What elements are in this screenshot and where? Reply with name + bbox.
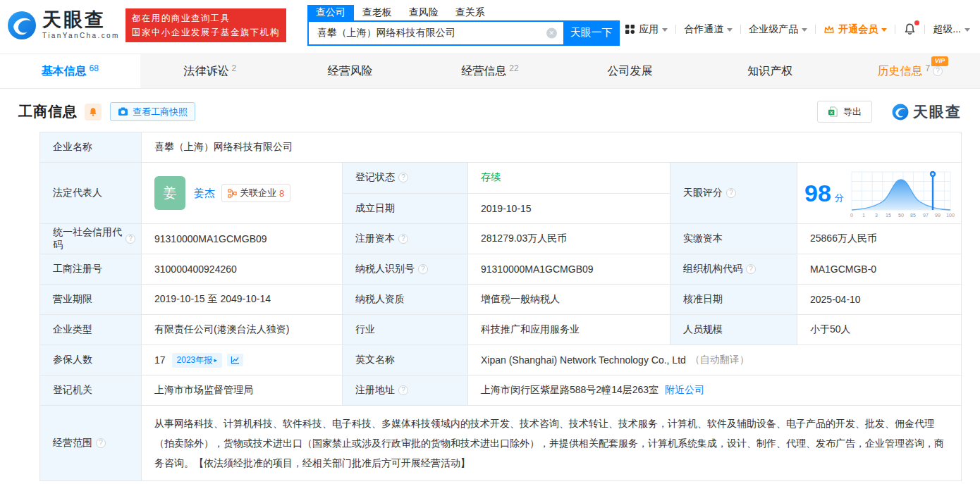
reg-status-value: 存续 [468, 163, 670, 194]
tab-label: 法律诉讼 [184, 64, 229, 79]
tab-business-info[interactable]: 经营信息 22 [420, 54, 561, 88]
help-icon[interactable]: ? [398, 173, 408, 182]
help-icon[interactable]: ? [726, 188, 736, 198]
field-label: 纳税人资质 [343, 285, 468, 315]
help-icon[interactable]: ? [398, 234, 408, 244]
help-icon[interactable]: ? [746, 264, 756, 274]
logo-brand: 天眼查 [42, 11, 120, 30]
industry-value: 科技推广和应用服务业 [468, 315, 670, 345]
nearby-companies-link[interactable]: 附近公司 [665, 384, 704, 397]
help-icon[interactable]: ? [418, 264, 428, 274]
arrow-right-icon: ▸ [214, 356, 217, 364]
help-icon[interactable]: ? [125, 234, 135, 244]
help-icon[interactable]: ? [398, 385, 408, 395]
nav-cooperation[interactable]: 合作通道 [684, 23, 733, 36]
company-name-value: 喜攀（上海）网络科技有限公司 [142, 132, 962, 163]
trend-chart-button[interactable] [227, 354, 243, 366]
section-title: 工商信息 [18, 102, 78, 121]
tab-label: 公司发展 [608, 64, 653, 79]
svg-text:50: 50 [898, 213, 904, 218]
svg-text:1: 1 [862, 213, 865, 218]
auto-translate-note: （自动翻译） [690, 354, 749, 366]
paid-capital-value: 25866万人民币 [797, 224, 962, 254]
search-area: 查公司 查老板 查风险 查关系 ✕ 天眼一下 [307, 5, 620, 46]
notifications-bell[interactable] [903, 23, 917, 36]
logo-domain: TianYanCha.com [42, 32, 120, 39]
score-value: 98 [804, 181, 831, 205]
field-label: 注册地址 ? [343, 376, 468, 406]
tab-count: 2 [232, 63, 237, 73]
insured-count-cell: 17 2023年报 ▸ [142, 345, 343, 376]
approval-date-value: 2025-04-10 [797, 285, 962, 315]
legal-rep-link[interactable]: 姜杰 [194, 187, 215, 200]
svg-text:15: 15 [886, 213, 891, 218]
field-label: 参保人数 [40, 345, 142, 376]
svg-text:97: 97 [923, 213, 929, 218]
subscribe-alert-button[interactable] [85, 104, 102, 120]
search-button[interactable]: 天眼一下 [563, 20, 620, 46]
logo-text: 天眼查 TianYanCha.com [42, 11, 120, 39]
help-icon[interactable]: ? [933, 66, 943, 76]
avatar[interactable]: 姜 [154, 176, 185, 210]
chevron-down-icon [881, 28, 887, 32]
nav-open-vip-label: 开通会员 [838, 23, 878, 36]
chevron-down-icon [727, 28, 733, 32]
reg-address-value: 上海市闵行区紫星路588号2幢14层263室 [481, 384, 659, 397]
related-companies-badge[interactable]: 关联企业 8 [221, 184, 290, 202]
table-row: 工商注册号 310000400924260 纳税人识别号 ? 91310000M… [40, 254, 962, 285]
tab-basic-info[interactable]: 基本信息 68 [0, 54, 140, 88]
tab-intellectual-property[interactable]: 知识产权 [700, 54, 840, 88]
search-tab-boss[interactable]: 查老板 [354, 5, 400, 20]
reg-authority-value: 上海市市场监督管理局 [142, 376, 343, 406]
tianyancha-logo[interactable]: 天眼查 TianYanCha.com [7, 11, 120, 40]
export-button[interactable]: X 导出 [817, 101, 872, 123]
main-content: 工商信息 查看工商快照 [0, 89, 980, 481]
tab-operation-risk[interactable]: 经营风险 [280, 54, 420, 88]
field-label: 英文名称 [343, 345, 468, 376]
field-label: 企业类型 [40, 315, 142, 345]
table-row: 法定代表人 姜 姜杰 关联企业 8 [40, 163, 962, 224]
vip-crown-icon [823, 25, 835, 35]
annual-report-badge[interactable]: 2023年报 ▸ [172, 353, 222, 368]
promo-line-2: 国家中小企业发展子基金旗下机构 [132, 25, 280, 39]
nav-open-vip[interactable]: 开通会员 [823, 23, 887, 36]
search-type-tabs: 查公司 查老板 查风险 查关系 [307, 5, 620, 20]
top-header: 天眼查 TianYanCha.com 都在用的商业查询工具 国家中小企业发展子基… [0, 0, 980, 44]
view-snapshot-label: 查看工商快照 [133, 106, 188, 118]
business-term-value: 2019-10-15 至 2049-10-14 [142, 285, 343, 315]
search-tab-risk[interactable]: 查风险 [400, 5, 447, 20]
taxpayer-quality-value: 增值税一般纳税人 [468, 285, 670, 315]
notification-dot [914, 20, 919, 25]
tab-legal-litigation[interactable]: 法律诉讼 2 [140, 54, 281, 88]
view-snapshot-button[interactable]: 查看工商快照 [110, 102, 195, 121]
nav-apps[interactable]: 应用 [625, 23, 668, 36]
company-type-value: 有限责任公司(港澳台法人独资) [142, 315, 343, 345]
field-label: 人员规模 [670, 315, 797, 345]
search-tab-company[interactable]: 查公司 [307, 5, 354, 20]
tab-company-development[interactable]: 公司发展 [560, 54, 700, 88]
nav-enterprise-product[interactable]: 企业级产品 [749, 23, 807, 36]
divider [895, 25, 895, 34]
vip-badge: VIP [931, 56, 949, 66]
business-scope-value: 从事网络科技、计算机科技、软件科技、电子科技、多媒体科技领域内的技术开发、技术咨… [142, 406, 962, 481]
grid-apps-icon [625, 24, 635, 35]
promo-line-1: 都在用的商业查询工具 [132, 11, 280, 25]
svg-text:99: 99 [935, 213, 941, 218]
reg-number-value: 310000400924260 [142, 254, 343, 285]
tab-count: 7 [925, 63, 930, 73]
field-label: 工商注册号 [40, 254, 142, 285]
search-input[interactable] [307, 20, 563, 46]
field-label: 核准日期 [670, 285, 797, 315]
tab-label: 知识产权 [747, 64, 792, 79]
clear-search-icon[interactable]: ✕ [546, 27, 557, 38]
tab-history-info[interactable]: VIP 历史信息 7 ? [840, 54, 980, 88]
help-icon[interactable]: ? [96, 438, 106, 448]
tab-label: 经营风险 [327, 64, 372, 79]
search-tab-relation[interactable]: 查关系 [447, 5, 494, 20]
svg-text:85: 85 [910, 213, 916, 218]
nav-super-vip[interactable]: 超级... [933, 23, 970, 36]
bell-icon [88, 107, 98, 117]
tianyan-score-cell: 98 分 0 1 3 1 [797, 163, 962, 224]
excel-export-icon: X [828, 106, 838, 117]
org-code-value: MA1GCMGB-0 [797, 254, 962, 285]
